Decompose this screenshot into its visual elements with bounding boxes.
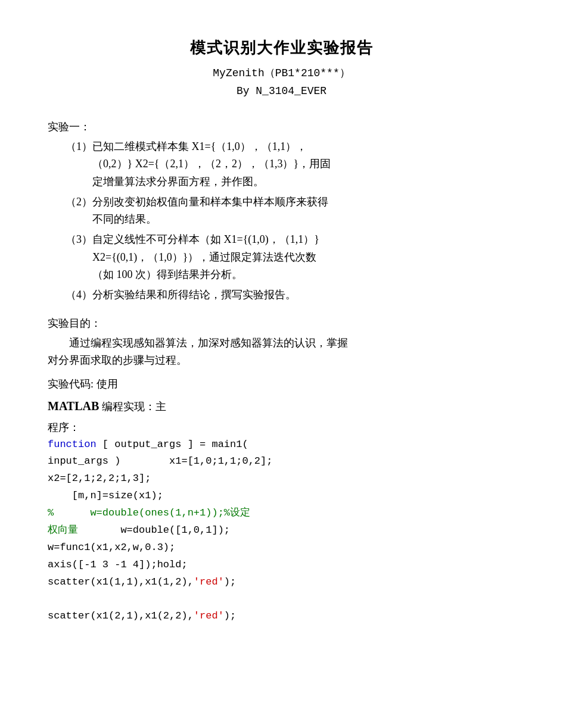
- item-num-3: （3）: [66, 231, 92, 284]
- item-num-4: （4）: [66, 286, 92, 304]
- keyword-function: function: [48, 439, 97, 450]
- code-line9-start: scatter(x1(1,1),x1(1,2),: [48, 576, 194, 588]
- code-line3: x2=[2,1;2,2;1,3];: [48, 473, 151, 484]
- code-line6-rest: w=double([1,0,1]);: [78, 524, 230, 536]
- code-line2: input_args ) x1=[1,0;1,1;0,2];: [48, 455, 272, 467]
- code-label2-rest: 编程实现：主: [99, 401, 166, 413]
- subtitle-line2: By N_3104_EVER: [48, 82, 515, 101]
- item-text-4: 分析实验结果和所得结论，撰写实验报告。: [92, 286, 515, 304]
- list-item: （3） 自定义线性不可分样本（如 X1={(1,0)，（1,1）}X2={(0,…: [66, 231, 515, 284]
- code-label1: 实验代码: 使用: [48, 376, 515, 393]
- code-line5-comment: % w=double(ones(1,n+1));%设定: [48, 507, 250, 518]
- code-line7: w=func1(x1,x2,w,0.3);: [48, 542, 175, 553]
- purpose-label: 实验目的：: [48, 315, 515, 332]
- subtitle-line1: MyZenith（PB1*210***）: [48, 64, 515, 83]
- experiment-one-label: 实验一：: [48, 118, 515, 136]
- purpose-text: 通过编程实现感知器算法，加深对感知器算法的认识，掌握对分界面求取的步骤与过程。: [48, 335, 515, 370]
- list-item: （2） 分别改变初始权值向量和样本集中样本顺序来获得不同的结果。: [66, 193, 515, 229]
- list-item: （1） 已知二维模式样本集 X1={（1,0），（1,1），（0,2）} X2=…: [66, 138, 515, 191]
- item-text-1: 已知二维模式样本集 X1={（1,0），（1,1），（0,2）} X2={（2,…: [92, 138, 515, 191]
- matlab-label: MATLAB: [48, 399, 99, 413]
- code-section: 实验代码: 使用 MATLAB 编程实现：主 程序：: [48, 376, 515, 436]
- code-block: function [ output_args ] = main1( input_…: [48, 436, 515, 626]
- code-line6-comment: 权向量: [48, 524, 78, 536]
- code-line11-str: 'red': [194, 610, 224, 621]
- title-section: 模式识别大作业实验报告 MyZenith（PB1*210***） By N_31…: [48, 36, 515, 101]
- item-num-1: （1）: [66, 138, 92, 191]
- item-text-3: 自定义线性不可分样本（如 X1={(1,0)，（1,1）}X2={(0,1)，（…: [92, 231, 515, 284]
- main-title: 模式识别大作业实验报告: [48, 36, 515, 61]
- item-num-2: （2）: [66, 193, 92, 229]
- purpose-section: 实验目的： 通过编程实现感知器算法，加深对感知器算法的认识，掌握对分界面求取的步…: [48, 315, 515, 370]
- items-list: （1） 已知二维模式样本集 X1={（1,0），（1,1），（0,2）} X2=…: [66, 138, 515, 304]
- code-line8: axis([-1 3 -1 4]);hold;: [48, 559, 188, 570]
- code-line4: [m,n]=size(x1);: [48, 490, 163, 501]
- code-label2: MATLAB 编程实现：主: [48, 396, 515, 415]
- code-line11-start: scatter(x1(2,1),x1(2,2),: [48, 610, 194, 621]
- item-text-2: 分别改变初始权值向量和样本集中样本顺序来获得不同的结果。: [92, 193, 515, 229]
- code-line9-end: );: [224, 576, 236, 588]
- list-item: （4） 分析实验结果和所得结论，撰写实验报告。: [66, 286, 515, 304]
- code-line1-rest: [ output_args ] = main1(: [97, 439, 248, 450]
- program-label: 程序：: [48, 419, 515, 436]
- code-line11-end: );: [224, 610, 236, 621]
- code-line9-str: 'red': [194, 576, 224, 588]
